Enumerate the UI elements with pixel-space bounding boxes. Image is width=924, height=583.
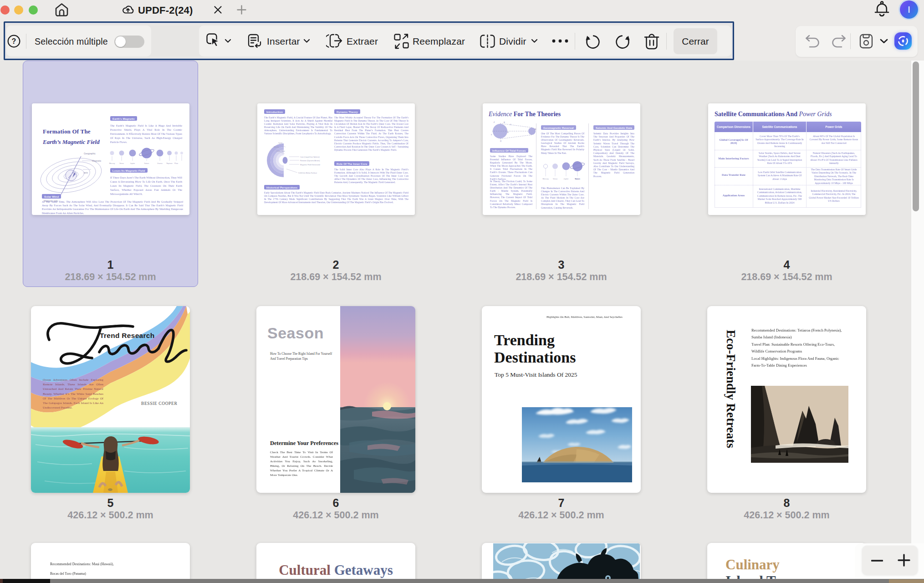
svg-text:Q: Q (500, 140, 501, 142)
svg-text:Venus: Venus (119, 163, 124, 164)
svg-text:Magnetic Field Generated: Magnetic Field Generated (300, 164, 320, 166)
svg-text:Mercury: Mercury (543, 178, 549, 180)
svg-text:?: ? (12, 37, 16, 45)
svg-text:Mantle: Mantle (274, 146, 279, 148)
svg-text:Magnetic: Magnetic (92, 159, 102, 162)
svg-text:B: B (504, 122, 505, 123)
svg-text:Saturn: Saturn (575, 178, 580, 180)
svg-text:Venus: Venus (553, 178, 557, 180)
svg-text:Jupiter: Jupiter (130, 163, 135, 164)
svg-text:Pluto: Pluto (174, 163, 178, 164)
svg-text:Uranus: Uranus (157, 163, 163, 164)
svg-text:axis: axis (84, 171, 88, 174)
svg-text:Neptune: Neptune (166, 163, 172, 164)
svg-text:Mercury: Mercury (109, 163, 115, 164)
svg-text:R: R (507, 131, 509, 133)
svg-text:Rotation (Dynamo Action): Rotation (Dynamo Action) (300, 160, 320, 162)
svg-text:F: F (510, 123, 511, 126)
svg-text:P: P (493, 122, 495, 123)
svg-text:Jupiter: Jupiter (564, 178, 569, 180)
svg-text:Core (Liquid Iron Sphere): Core (Liquid Iron Sphere) (300, 156, 320, 158)
svg-text:Outer Core: Outer Core (276, 150, 285, 152)
svg-text:Geographic: Geographic (84, 152, 96, 155)
svg-text:3,000 km Below Surface: 3,000 km Below Surface (298, 172, 317, 174)
svg-text:S: S (491, 133, 492, 136)
svg-text:Saturn: Saturn (144, 163, 149, 164)
svg-text:Crust: Crust (278, 142, 283, 144)
